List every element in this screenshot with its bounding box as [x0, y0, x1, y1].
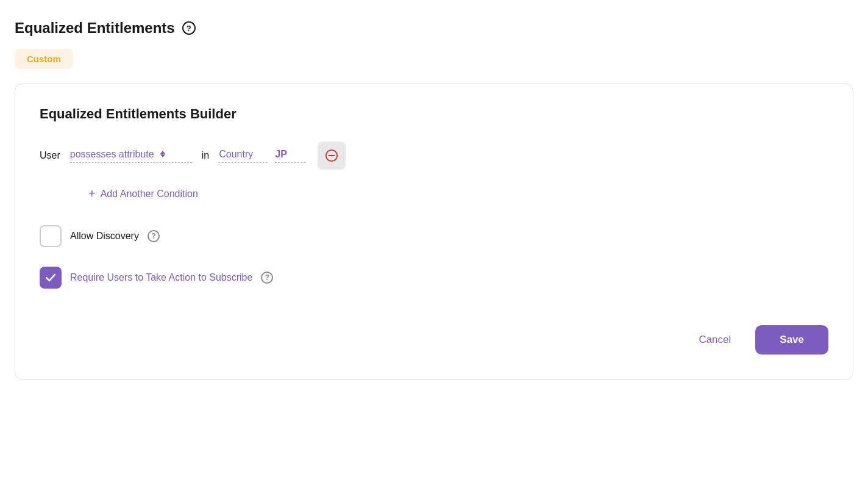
remove-condition-button[interactable]: [318, 142, 346, 170]
condition-in-label: in: [202, 150, 209, 161]
add-condition-label: Add Another Condition: [101, 189, 198, 200]
attribute-select[interactable]: possesses attribute: [70, 149, 192, 163]
minus-circle-icon: [325, 149, 338, 162]
condition-row: User possesses attribute in Country JP: [40, 142, 828, 170]
condition-value[interactable]: JP: [275, 149, 305, 163]
require-action-help-icon[interactable]: ?: [261, 272, 273, 284]
require-action-row: Require Users to Take Action to Subscrib…: [40, 267, 828, 289]
condition-user-label: User: [40, 150, 60, 161]
require-action-label: Require Users to Take Action to Subscrib…: [70, 272, 252, 283]
footer-actions: Cancel Save: [40, 325, 828, 354]
allow-discovery-help-icon[interactable]: ?: [148, 230, 160, 242]
page-title: Equalized Entitlements: [15, 20, 175, 37]
condition-field[interactable]: Country: [219, 149, 268, 163]
allow-discovery-label: Allow Discovery: [70, 231, 139, 242]
plus-icon: +: [88, 187, 96, 201]
require-action-checkmark-icon: [44, 272, 57, 284]
page-help-icon[interactable]: ?: [182, 21, 196, 35]
chevron-updown-icon: [160, 151, 165, 157]
add-condition-button[interactable]: + Add Another Condition: [88, 187, 198, 201]
page-header: Equalized Entitlements ?: [15, 20, 853, 37]
allow-discovery-checkbox[interactable]: [40, 225, 62, 247]
require-action-checkbox[interactable]: [40, 267, 62, 289]
allow-discovery-row: Allow Discovery ?: [40, 225, 828, 247]
custom-badge: Custom: [15, 49, 73, 69]
cancel-button[interactable]: Cancel: [689, 328, 741, 352]
attribute-select-text: possesses attribute: [70, 149, 154, 160]
builder-card: Equalized Entitlements Builder User poss…: [15, 84, 853, 380]
save-button[interactable]: Save: [755, 325, 828, 354]
builder-title: Equalized Entitlements Builder: [40, 106, 828, 122]
